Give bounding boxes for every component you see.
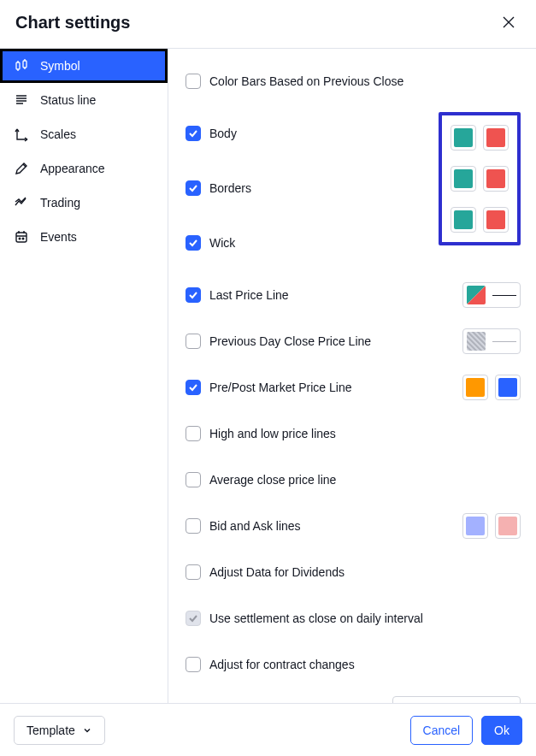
label-last-price-line: Last Price Line <box>209 288 289 302</box>
sidebar-item-status-line[interactable]: Status line <box>0 83 168 117</box>
swatch-borders-down[interactable] <box>483 166 509 192</box>
checkbox-wick[interactable] <box>186 235 201 251</box>
checkbox-bid-ask[interactable] <box>186 518 201 534</box>
checkbox-last-price-line[interactable] <box>186 287 201 303</box>
ok-button[interactable]: Ok <box>481 716 522 745</box>
axis-icon <box>13 127 30 142</box>
settings-panel: Color Bars Based on Previous Close Body … <box>168 48 536 703</box>
checkbox-use-settlement <box>186 611 201 626</box>
highlighted-color-group <box>439 112 521 245</box>
cancel-button[interactable]: Cancel <box>410 716 474 745</box>
svg-rect-0 <box>16 62 20 69</box>
label-high-low-lines: High and low price lines <box>209 427 336 440</box>
candles-icon <box>13 58 30 74</box>
pencil-icon <box>13 161 30 176</box>
sidebar-item-scales[interactable]: Scales <box>0 117 168 151</box>
select-session[interactable]: Regular Trading ... <box>392 696 521 703</box>
swatch-pre-post-2[interactable] <box>495 375 521 400</box>
trend-icon <box>13 195 30 210</box>
sidebar-item-label: Appearance <box>40 162 105 175</box>
swatch-borders-up[interactable] <box>451 166 476 192</box>
close-button[interactable] <box>498 12 519 32</box>
svg-rect-2 <box>16 233 27 242</box>
svg-point-4 <box>22 238 24 239</box>
close-icon <box>502 15 515 29</box>
checkbox-avg-close-line[interactable] <box>186 472 201 487</box>
lines-icon <box>13 92 30 108</box>
label-prev-day-close: Previous Day Close Price Line <box>209 334 371 348</box>
checkbox-high-low-lines[interactable] <box>186 426 201 441</box>
sidebar-item-trading[interactable]: Trading <box>0 186 168 220</box>
sidebar-item-label: Trading <box>40 196 80 210</box>
label-pre-post-line: Pre/Post Market Price Line <box>209 381 352 394</box>
swatch-wick-down[interactable] <box>483 207 509 233</box>
dialog-title: Chart settings <box>15 13 130 32</box>
swatch-body-up[interactable] <box>451 125 476 151</box>
template-button[interactable]: Template <box>14 716 105 745</box>
label-adjust-contract: Adjust for contract changes <box>209 658 355 671</box>
sidebar-item-label: Events <box>40 230 77 244</box>
checkbox-borders[interactable] <box>186 180 201 196</box>
sidebar-item-label: Scales <box>40 127 76 141</box>
swatch-last-price-line[interactable] <box>462 282 521 308</box>
template-button-label: Template <box>27 724 75 737</box>
checkbox-adjust-contract[interactable] <box>186 657 201 672</box>
chevron-down-icon <box>82 725 92 735</box>
svg-point-3 <box>19 238 21 239</box>
label-avg-close-line: Average close price line <box>209 473 336 487</box>
label-body: Body <box>209 127 237 140</box>
sidebar: Symbol Status line Scales Appearance Tra… <box>0 48 168 703</box>
sidebar-item-label: Status line <box>40 93 96 107</box>
calendar-icon <box>13 229 30 245</box>
swatch-body-down[interactable] <box>483 125 509 151</box>
svg-rect-1 <box>23 61 27 68</box>
sidebar-item-appearance[interactable]: Appearance <box>0 151 168 186</box>
swatch-prev-day-close[interactable] <box>462 328 521 354</box>
checkbox-prev-day-close[interactable] <box>186 334 201 349</box>
checkbox-adjust-dividends[interactable] <box>186 564 201 580</box>
sidebar-item-symbol[interactable]: Symbol <box>0 49 168 83</box>
swatch-pre-post-1[interactable] <box>462 375 488 400</box>
checkbox-pre-post-line[interactable] <box>186 380 201 395</box>
swatch-wick-up[interactable] <box>451 207 476 233</box>
label-bid-ask: Bid and Ask lines <box>209 519 301 533</box>
label-wick: Wick <box>209 236 235 250</box>
checkbox-color-bars-prev[interactable] <box>186 74 201 89</box>
swatch-bid[interactable] <box>462 513 488 539</box>
checkbox-body[interactable] <box>186 126 201 141</box>
label-borders: Borders <box>209 181 251 195</box>
sidebar-item-events[interactable]: Events <box>0 220 168 254</box>
label-color-bars-prev: Color Bars Based on Previous Close <box>209 74 403 88</box>
swatch-ask[interactable] <box>495 513 521 539</box>
sidebar-item-label: Symbol <box>40 59 80 73</box>
label-adjust-dividends: Adjust Data for Dividends <box>209 565 345 579</box>
label-use-settlement: Use settlement as close on daily interva… <box>209 611 423 625</box>
